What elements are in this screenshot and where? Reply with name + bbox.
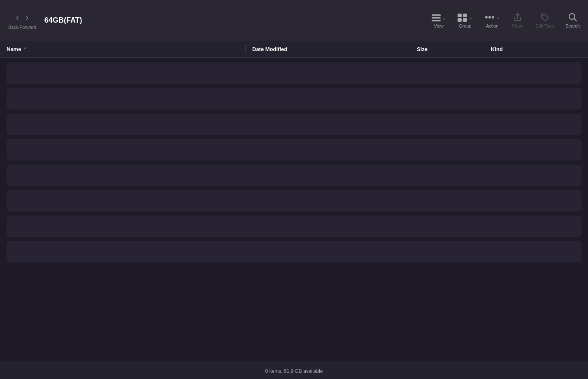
back-forward-group: ‹ › Back/Forward xyxy=(8,12,36,30)
column-name[interactable]: Name ⌃ xyxy=(7,46,245,52)
toolbar: ‹ › Back/Forward 64GB(FAT) ⌄ View xyxy=(0,0,588,41)
column-divider xyxy=(245,45,246,53)
svg-rect-6 xyxy=(463,18,467,22)
action-icon: ⌄ xyxy=(484,13,500,22)
status-text: 0 items, 61.9 GB available xyxy=(265,368,323,374)
file-row[interactable] xyxy=(7,190,581,212)
action-dropdown-icon: ⌄ xyxy=(496,14,500,20)
view-label: View xyxy=(434,23,444,28)
group-button[interactable]: ⌄ Group xyxy=(458,14,473,28)
forward-button[interactable]: › xyxy=(23,12,31,24)
search-label: Search xyxy=(565,23,580,28)
svg-point-7 xyxy=(485,16,488,19)
svg-rect-5 xyxy=(458,18,462,22)
column-date-modified[interactable]: Date Modified xyxy=(252,46,417,52)
edit-tags-button[interactable]: Edit Tags xyxy=(535,13,554,28)
search-button[interactable]: Search xyxy=(565,13,580,28)
file-row[interactable] xyxy=(7,165,581,186)
back-button[interactable]: ‹ xyxy=(14,12,21,24)
column-kind[interactable]: Kind xyxy=(491,46,581,52)
file-row[interactable] xyxy=(7,114,581,135)
view-dropdown-icon: ⌄ xyxy=(442,15,446,21)
group-label: Group xyxy=(459,23,472,28)
file-row[interactable] xyxy=(7,241,581,263)
svg-rect-2 xyxy=(432,20,441,21)
svg-rect-3 xyxy=(458,14,462,17)
action-button[interactable]: ⌄ Action xyxy=(484,13,500,28)
back-forward-label: Back/Forward xyxy=(8,25,36,30)
view-icon: ⌄ xyxy=(432,14,446,22)
share-label: Share xyxy=(512,23,524,28)
file-row[interactable] xyxy=(7,88,581,109)
file-list xyxy=(0,58,588,363)
svg-rect-1 xyxy=(432,17,441,19)
window-title: 64GB(FAT) xyxy=(44,16,432,25)
search-icon xyxy=(568,13,577,22)
share-button[interactable]: Share xyxy=(512,13,524,28)
svg-point-9 xyxy=(492,16,494,19)
file-list-area xyxy=(0,58,588,363)
file-row[interactable] xyxy=(7,139,581,160)
tags-icon xyxy=(540,13,549,22)
column-header: Name ⌃ Date Modified Size Kind xyxy=(0,41,588,58)
toolbar-actions: ⌄ View ⌄ Group xyxy=(432,13,580,28)
action-label: Action xyxy=(486,23,499,28)
column-size[interactable]: Size xyxy=(417,46,491,52)
edit-tags-label: Edit Tags xyxy=(535,23,554,28)
group-dropdown-icon: ⌄ xyxy=(469,15,473,21)
status-bar: 0 items, 61.9 GB available xyxy=(0,363,588,379)
svg-rect-4 xyxy=(463,14,467,17)
share-icon xyxy=(513,13,522,22)
group-icon: ⌄ xyxy=(458,14,473,22)
sort-ascending-icon: ⌃ xyxy=(23,47,27,51)
svg-point-8 xyxy=(488,16,491,19)
file-row[interactable] xyxy=(7,216,581,237)
view-button[interactable]: ⌄ View xyxy=(432,14,446,28)
svg-point-10 xyxy=(542,15,544,16)
file-row[interactable] xyxy=(7,63,581,84)
